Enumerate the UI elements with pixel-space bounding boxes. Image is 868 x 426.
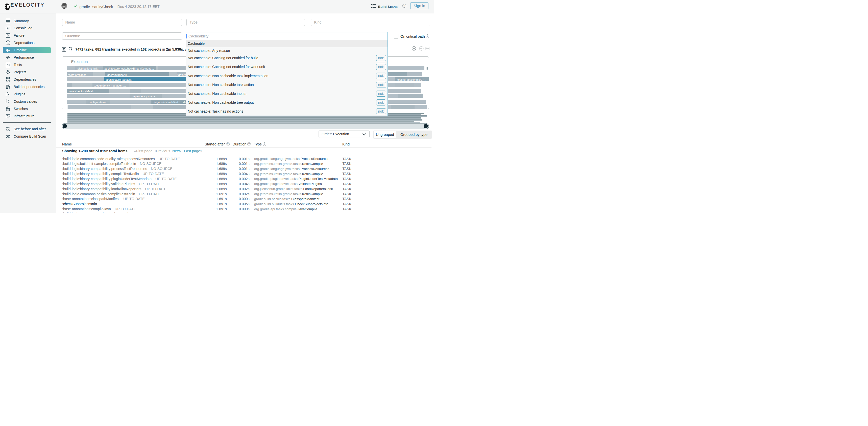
svg-text:A: A [7, 136, 8, 137]
